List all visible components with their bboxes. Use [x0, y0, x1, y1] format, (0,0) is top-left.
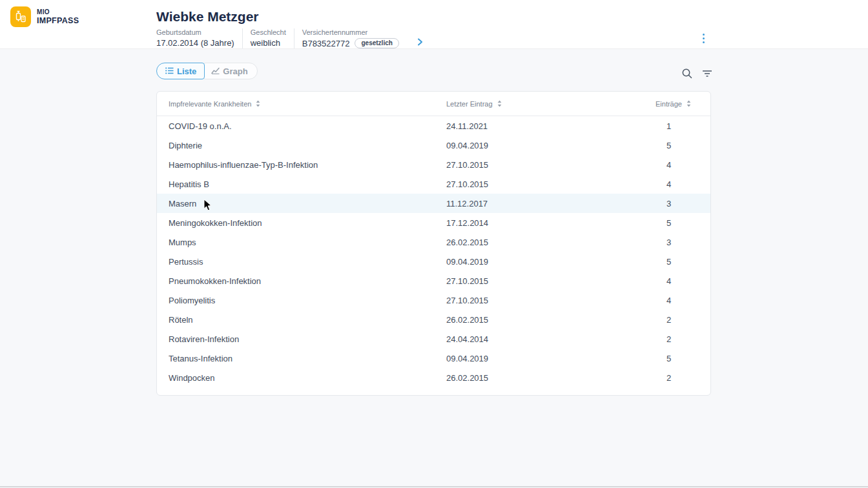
view-switcher: Liste Graph	[156, 63, 258, 79]
disease-cell: Pertussis	[169, 257, 446, 267]
field-gender: Geschlecht weiblich	[242, 28, 294, 48]
table-row[interactable]: COVID-19 o.n.A. 24.11.2021 1	[157, 116, 710, 136]
field-gender-value: weiblich	[251, 38, 286, 48]
table-row[interactable]: Windpocken 26.02.2015 2	[157, 368, 710, 387]
entries-count-cell: 5	[656, 257, 699, 267]
tab-graph[interactable]: Graph	[203, 63, 257, 79]
sort-arrows-icon	[256, 100, 260, 107]
last-entry-cell: 26.02.2015	[446, 315, 656, 325]
entries-count-cell: 1	[656, 121, 699, 131]
last-entry-cell: 24.11.2021	[446, 121, 656, 131]
table-row[interactable]: Haemophilus-influenzae-Typ-B-Infektion 2…	[157, 155, 710, 174]
window-bottom-edge	[0, 486, 868, 487]
patient-name: Wiebke Metzger	[156, 9, 259, 25]
entries-count-cell: 4	[656, 179, 699, 189]
disease-cell: Diphterie	[169, 141, 446, 150]
last-entry-cell: 27.10.2015	[446, 179, 656, 189]
entries-count-cell: 3	[656, 199, 699, 208]
table-row[interactable]: Rotaviren-Infektion 24.04.2014 2	[157, 329, 710, 349]
disease-cell: Haemophilus-influenzae-Typ-B-Infektion	[169, 160, 446, 170]
tab-liste[interactable]: Liste	[156, 63, 205, 79]
field-insurance-number-value: B783522772	[302, 39, 350, 48]
field-birthdate-value: 17.02.2014 (8 Jahre)	[156, 38, 234, 48]
app-logo-text: MIO IMPFPASS	[37, 8, 79, 25]
field-gender-label: Geschlecht	[251, 28, 286, 36]
entries-count-cell: 2	[656, 334, 699, 344]
last-entry-cell: 09.04.2019	[446, 354, 656, 363]
brand-line-1: MIO	[37, 8, 79, 16]
disease-cell: Hepatitis B	[169, 179, 446, 189]
insurance-type-badge: gesetzlich	[355, 38, 398, 48]
entries-count-cell: 5	[656, 218, 699, 228]
last-entry-cell: 09.04.2019	[446, 141, 656, 150]
patient-details: Geburtsdatum 17.02.2014 (8 Jahre) Geschl…	[156, 28, 424, 48]
table-row[interactable]: Tetanus-Infektion 09.04.2019 5	[157, 349, 710, 368]
disease-cell: COVID-19 o.n.A.	[169, 121, 446, 131]
table-row[interactable]: Hepatitis B 27.10.2015 4	[157, 174, 710, 194]
disease-cell: Röteln	[169, 315, 446, 325]
table-row[interactable]: Meningokokken-Infektion 17.12.2014 5	[157, 213, 710, 232]
last-entry-cell: 09.04.2019	[446, 257, 656, 267]
last-entry-cell: 27.10.2015	[446, 160, 656, 170]
table-header-row: Impfrelevante Krankheiten Letzter Eintra…	[157, 92, 710, 116]
disease-cell: Windpocken	[169, 373, 446, 383]
more-options-button[interactable]	[698, 30, 709, 46]
tab-graph-label: Graph	[223, 66, 247, 76]
tab-liste-label: Liste	[177, 66, 196, 76]
entries-count-cell: 2	[656, 373, 699, 383]
entries-count-cell: 5	[656, 354, 699, 363]
entries-count-cell: 4	[656, 296, 699, 305]
table-body: COVID-19 o.n.A. 24.11.2021 1 Diphterie 0…	[157, 116, 710, 387]
column-header-diseases[interactable]: Impfrelevante Krankheiten	[169, 100, 446, 108]
sort-arrows-icon	[497, 100, 502, 107]
disease-cell: Poliomyelitis	[169, 296, 446, 305]
field-insurance-number: Versichertennummer B783522772 gesetzlich	[294, 28, 407, 48]
last-entry-cell: 27.10.2015	[446, 296, 656, 305]
last-entry-cell: 11.12.2017	[446, 199, 656, 208]
table-row[interactable]: Masern 11.12.2017 3	[157, 194, 710, 213]
table-row[interactable]: Pertussis 09.04.2019 5	[157, 252, 710, 271]
entries-count-cell: 4	[656, 276, 699, 286]
last-entry-cell: 26.02.2015	[446, 373, 656, 383]
column-header-last-entry[interactable]: Letzter Eintrag	[446, 100, 656, 108]
table-row[interactable]: Diphterie 09.04.2019 5	[157, 136, 710, 155]
disease-cell: Mumps	[169, 238, 446, 247]
last-entry-cell: 24.04.2014	[446, 334, 656, 344]
search-icon	[681, 72, 693, 81]
table-row[interactable]: Poliomyelitis 27.10.2015 4	[157, 290, 710, 310]
disease-cell: Pneumokokken-Infektion	[169, 276, 446, 286]
kebab-menu-icon	[703, 34, 705, 36]
column-header-entries[interactable]: Einträge	[656, 100, 699, 108]
last-entry-cell: 27.10.2015	[446, 276, 656, 286]
disease-cell: Meningokokken-Infektion	[169, 218, 446, 228]
disease-table-card: Impfrelevante Krankheiten Letzter Eintra…	[156, 91, 711, 396]
filter-button[interactable]	[701, 68, 714, 81]
field-birthdate-label: Geburtsdatum	[156, 28, 234, 36]
last-entry-cell: 26.02.2015	[446, 238, 656, 247]
app-logo: MIO IMPFPASS	[10, 6, 79, 27]
table-row[interactable]: Mumps 26.02.2015 3	[157, 232, 710, 252]
sort-arrows-icon	[687, 100, 691, 107]
top-header: MIO IMPFPASS Wiebke Metzger Geburtsdatum…	[0, 0, 868, 49]
last-entry-cell: 17.12.2014	[446, 218, 656, 228]
search-button[interactable]	[680, 66, 694, 83]
impfpass-logo-icon	[10, 6, 31, 27]
field-insurance-number-label: Versichertennummer	[302, 28, 399, 36]
filter-lines-icon	[702, 70, 712, 79]
entries-count-cell: 4	[656, 160, 699, 170]
chart-icon	[211, 66, 220, 76]
patient-details-expand-button[interactable]	[416, 37, 424, 48]
entries-count-cell: 5	[656, 141, 699, 150]
brand-line-2: IMPFPASS	[37, 16, 79, 25]
field-birthdate: Geburtsdatum 17.02.2014 (8 Jahre)	[156, 28, 242, 48]
disease-cell: Rotaviren-Infektion	[169, 334, 446, 344]
table-row[interactable]: Pneumokokken-Infektion 27.10.2015 4	[157, 271, 710, 290]
table-row[interactable]: Röteln 26.02.2015 2	[157, 310, 710, 329]
entries-count-cell: 3	[656, 238, 699, 247]
entries-count-cell: 2	[656, 315, 699, 325]
list-icon	[165, 66, 174, 76]
disease-cell: Masern	[169, 199, 446, 208]
chevron-right-icon	[417, 38, 423, 48]
disease-cell: Tetanus-Infektion	[169, 354, 446, 363]
